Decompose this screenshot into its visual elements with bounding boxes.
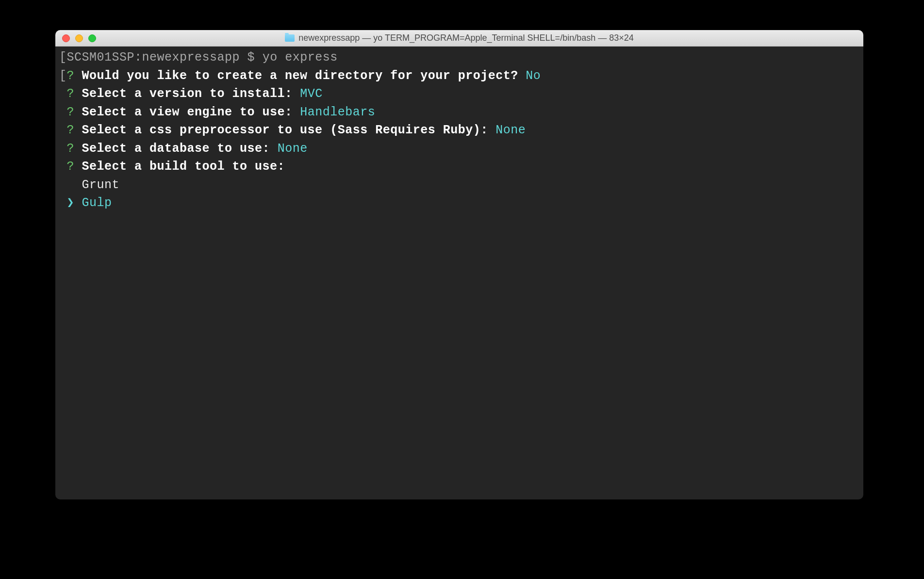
question-marker: ? [67,142,75,156]
command-text: yo express [263,50,338,64]
option-label: Gulp [82,196,112,210]
close-button[interactable] [62,34,70,42]
option-line-selected[interactable]: ❯ Gulp [59,194,859,212]
question-line: ? Select a css preprocessor to use (Sass… [59,121,859,140]
question-text: Would you like to create a new directory… [82,69,518,83]
question-text: Select a view engine to use: [82,105,293,119]
question-marker: ? [67,160,75,174]
traffic-lights [55,34,96,42]
window-title: newexpressapp — yo TERM_PROGRAM=Apple_Te… [55,33,863,43]
option-label: Grunt [82,178,120,192]
minimize-button[interactable] [75,34,83,42]
answer-text: MVC [300,87,323,101]
question-text: Select a version to install: [82,87,293,101]
question-line: [? Would you like to create a new direct… [59,67,859,85]
selection-caret-icon: ❯ [67,196,75,210]
question-line: ? Select a version to install: MVC [59,85,859,103]
prompt-line: [SCSM01SSP:newexpressapp $ yo express [59,48,859,67]
question-text: Select a css preprocessor to use (Sass R… [82,123,488,137]
answer-text: No [526,69,541,83]
folder-icon [285,34,295,42]
question-text: Select a build tool to use: [82,160,285,174]
maximize-button[interactable] [88,34,96,42]
title-label: newexpressapp — yo TERM_PROGRAM=Apple_Te… [298,33,634,43]
option-line[interactable]: Grunt [59,176,859,194]
question-marker: ? [67,69,75,83]
question-line: ? Select a build tool to use: [59,158,859,176]
answer-text: None [278,142,308,156]
answer-text: None [495,123,526,137]
answer-text: Handlebars [300,105,375,119]
question-line: ? Select a database to use: None [59,140,859,158]
question-line: ? Select a view engine to use: Handlebar… [59,103,859,122]
question-marker: ? [67,87,75,101]
question-text: Select a database to use: [82,142,270,156]
terminal-body[interactable]: [SCSM01SSP:newexpressapp $ yo express[? … [55,47,863,214]
title-bar: newexpressapp — yo TERM_PROGRAM=Apple_Te… [55,30,863,47]
question-marker: ? [67,105,75,119]
terminal-window: newexpressapp — yo TERM_PROGRAM=Apple_Te… [55,30,863,499]
prompt-symbol: $ [248,50,255,64]
question-marker: ? [67,123,75,137]
prompt-host: SCSM01SSP:newexpressapp [67,50,240,64]
